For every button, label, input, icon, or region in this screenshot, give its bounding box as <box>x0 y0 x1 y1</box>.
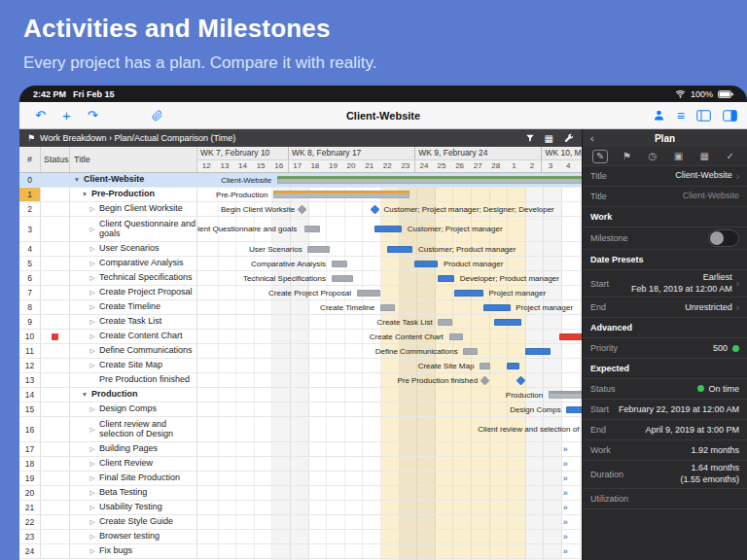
milestone-diamond[interactable] <box>298 204 307 214</box>
inspector-tab-flag-icon[interactable]: ⚑ <box>620 151 634 162</box>
breadcrumb[interactable]: Work Breakdown › Plan/Actual Comparison … <box>40 133 235 143</box>
inspector-tab-grid-icon[interactable]: ▦ <box>697 151 712 162</box>
disclosure-icon[interactable]: ▷ <box>89 289 96 296</box>
gantt-bar-planned[interactable] <box>414 261 438 267</box>
column-header-title[interactable]: Title <box>70 147 197 172</box>
task-title-cell[interactable]: ▷Fix bugs <box>70 544 197 558</box>
table-row[interactable]: 10▷Create Content ChartCreate Content Ch… <box>19 330 582 344</box>
task-title-cell[interactable]: ▷Create Content Chart <box>70 330 197 343</box>
table-row[interactable]: 22▷Create Style Guide» <box>19 515 582 530</box>
disclosure-icon[interactable]: ▷ <box>89 362 96 368</box>
task-title-cell[interactable]: ▷Design Comps <box>70 402 197 416</box>
gantt-bar-planned[interactable] <box>374 226 402 232</box>
disclosure-icon[interactable]: ▷ <box>89 533 96 540</box>
task-title-cell[interactable]: ▼Client-Website <box>70 173 197 187</box>
user-icon[interactable] <box>653 109 665 122</box>
gantt-bar-planned[interactable] <box>559 333 582 340</box>
table-row[interactable]: 5▷Comparative AnalysisComparative Analys… <box>19 257 582 271</box>
inspector-field-title[interactable]: TitleClient-Website <box>583 187 747 207</box>
inspector-field-start[interactable]: StartFebruary 22, 2019 at 12:00 AM <box>583 400 747 420</box>
gantt-bar-planned[interactable] <box>507 363 519 369</box>
table-row[interactable]: 8▷Create TimelineCreate TimelineProject … <box>19 300 582 315</box>
gantt-bar-actual[interactable] <box>332 275 353 282</box>
disclosure-icon[interactable]: ▷ <box>89 445 96 452</box>
disclosure-icon[interactable]: ▷ <box>89 274 96 281</box>
inspector-field-utilization[interactable]: Utilization <box>583 489 747 509</box>
offscreen-bar-indicator[interactable]: » <box>563 473 567 483</box>
task-title-cell[interactable]: ▷Technical Specifications <box>70 271 197 285</box>
gantt-summary-bar[interactable] <box>549 391 582 399</box>
table-row[interactable]: 18▷Client Review» <box>19 457 582 472</box>
disclosure-icon[interactable]: ▷ <box>89 260 96 266</box>
disclosure-icon[interactable]: ▷ <box>89 303 96 310</box>
table-row[interactable]: 23▷Browser testing» <box>19 530 582 544</box>
gantt-bar-actual[interactable] <box>380 304 395 311</box>
disclosure-open-icon[interactable]: ▼ <box>73 176 81 183</box>
disclosure-icon[interactable]: ▷ <box>89 318 96 325</box>
gantt-summary-bar[interactable] <box>277 176 582 184</box>
disclosure-icon[interactable]: ▷ <box>89 426 96 433</box>
panel-left-icon[interactable] <box>696 110 711 122</box>
gantt-bar-actual[interactable] <box>357 290 380 297</box>
panel-right-icon[interactable] <box>723 110 737 122</box>
table-row[interactable]: 2▷Begin Client WorksiteBegin Client Work… <box>19 202 582 217</box>
gantt-bar-actual[interactable] <box>332 261 348 267</box>
table-row[interactable]: 16▷Client review and selection of Design… <box>19 417 582 442</box>
milestone-diamond[interactable] <box>480 375 490 385</box>
task-title-cell[interactable]: ▷Final Site Production <box>70 472 197 485</box>
gantt-summary-bar[interactable] <box>273 191 409 198</box>
disclosure-open-icon[interactable]: ▼ <box>81 191 89 197</box>
disclosure-icon[interactable]: ▷ <box>89 504 96 510</box>
table-row[interactable]: 6▷Technical SpecificationsTechnical Spec… <box>19 271 582 286</box>
task-title-cell[interactable]: ▷Client review and selection of Design <box>70 417 197 441</box>
task-title-cell[interactable]: ▷Create Project Proposal <box>70 286 197 299</box>
disclosure-open-icon[interactable]: ▼ <box>81 391 89 398</box>
task-title-cell[interactable]: ▼Production <box>70 388 197 402</box>
disclosure-icon[interactable]: ▷ <box>89 460 96 467</box>
inspector-field-work[interactable]: Work1.92 months <box>583 440 747 461</box>
inspector-tab-check-icon[interactable]: ✓ <box>724 151 737 162</box>
table-row[interactable]: 0▼Client-WebsiteClient-Website <box>19 173 582 188</box>
task-title-cell[interactable]: ▷Create Timeline <box>70 300 197 314</box>
task-title-cell[interactable]: ▷Create Site Map <box>70 359 197 372</box>
inspector-field-end[interactable]: EndUnrestricted› <box>583 298 747 318</box>
column-header-num[interactable]: # <box>19 147 41 172</box>
offscreen-bar-indicator[interactable]: » <box>563 517 567 527</box>
gantt-bar-actual[interactable] <box>480 363 490 369</box>
milestone-toggle[interactable] <box>708 229 739 247</box>
gantt-bar-actual[interactable] <box>438 319 452 326</box>
table-row[interactable]: 17▷Building Pages» <box>19 442 582 457</box>
task-title-cell[interactable]: ▷Usability Testing <box>70 501 197 514</box>
inspector-tab-clock-icon[interactable]: ◷ <box>645 151 659 162</box>
task-title-cell[interactable]: ▷Create Style Guide <box>70 515 197 529</box>
task-title-cell[interactable]: ▷Comparative Analysis <box>70 257 197 270</box>
filter-icon[interactable] <box>525 133 535 143</box>
gantt-bar-actual[interactable] <box>463 348 478 355</box>
gantt-bar-planned[interactable] <box>525 348 551 355</box>
disclosure-icon[interactable]: ▷ <box>89 474 96 481</box>
task-title-cell[interactable]: ▷Client Review <box>70 457 197 471</box>
table-row[interactable]: 20▷Beta Testing» <box>19 486 582 501</box>
task-title-cell[interactable]: ▷Beta Testing <box>70 486 197 500</box>
disclosure-icon[interactable]: ▷ <box>89 205 96 212</box>
table-row[interactable]: 11▷Define CommunicationsDefine Communica… <box>19 344 582 359</box>
table-row[interactable]: 15▷Design CompsDesign Comps <box>19 402 582 417</box>
redo-icon[interactable]: ↷ <box>88 109 98 122</box>
table-row[interactable]: 12▷Create Site MapCreate Site Map <box>19 359 582 373</box>
tools-icon[interactable] <box>563 133 574 144</box>
disclosure-icon[interactable]: ▷ <box>89 547 96 554</box>
task-title-cell[interactable]: ▷User Scenarios <box>70 242 197 256</box>
task-title-cell[interactable]: ▷Create Task List <box>70 315 197 329</box>
undo-icon[interactable]: ↶ <box>35 109 46 122</box>
task-title-cell[interactable]: ▷Building Pages <box>70 442 197 456</box>
disclosure-icon[interactable]: ▷ <box>89 226 96 232</box>
inspector-field-start[interactable]: StartEarliestFeb 18, 2019 at 12:00 AM› <box>583 270 747 298</box>
attachment-icon[interactable] <box>152 109 163 122</box>
gantt-bar-planned[interactable] <box>566 406 582 413</box>
milestone-diamond[interactable] <box>516 375 526 385</box>
disclosure-icon[interactable]: ▷ <box>89 245 96 252</box>
disclosure-icon[interactable]: ▷ <box>89 347 96 354</box>
offscreen-bar-indicator[interactable]: » <box>563 503 567 512</box>
task-title-cell[interactable]: ▷Begin Client Worksite <box>70 202 197 216</box>
inspector-field-end[interactable]: EndApril 9, 2019 at 3:00 PM <box>583 420 747 440</box>
